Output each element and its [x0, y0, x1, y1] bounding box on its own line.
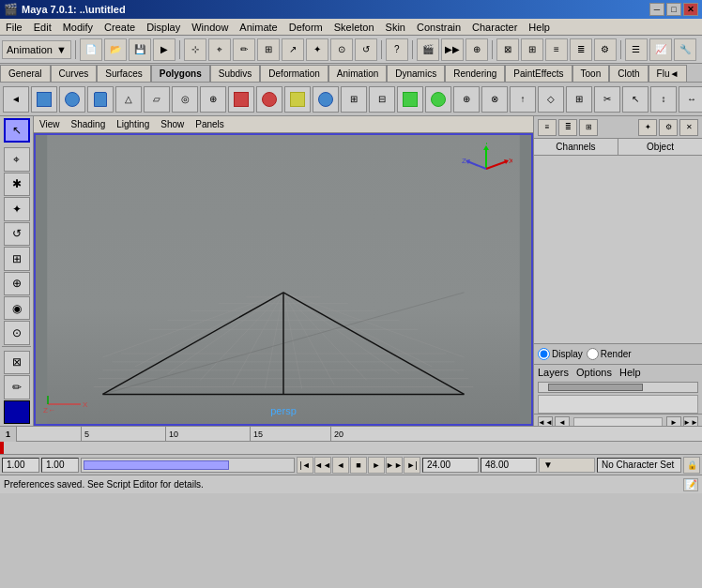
lock-anim-button[interactable]: 🔒 — [683, 457, 700, 474]
tab-deformation[interactable]: Deformation — [260, 65, 328, 82]
open-file-button[interactable]: 📂 — [104, 38, 127, 61]
rotate-tool-left[interactable]: ↺ — [4, 222, 30, 246]
menu-display[interactable]: Display — [141, 21, 186, 34]
lasso-button[interactable]: ⌖ — [208, 38, 231, 61]
icon-shape-d[interactable] — [313, 86, 339, 113]
viewport-menu-shading[interactable]: Shading — [66, 118, 112, 130]
soft-select-left[interactable]: ◉ — [4, 296, 30, 320]
menu-window[interactable]: Window — [186, 21, 234, 34]
icon-scroll-left[interactable]: ◄ — [3, 86, 29, 113]
scale-tool-left[interactable]: ⊞ — [4, 247, 30, 270]
render-radio[interactable] — [587, 348, 599, 360]
icon-plane[interactable]: ▱ — [144, 86, 170, 113]
fps-dropdown[interactable]: ▼ — [539, 458, 595, 473]
icon-cube[interactable] — [31, 86, 57, 113]
select-tool-button[interactable]: ⊹ — [184, 38, 206, 61]
icon-shape-b[interactable] — [256, 86, 282, 113]
icon-shape-f[interactable]: ⊟ — [369, 86, 395, 113]
snap-curve-button[interactable]: ↗ — [282, 38, 304, 61]
help-menu[interactable]: Help — [619, 367, 641, 378]
timeline-ruler[interactable]: 1 5 10 15 20 — [0, 427, 702, 442]
icon-sphere[interactable] — [59, 86, 85, 113]
display-radio-label[interactable]: Display — [538, 348, 583, 360]
tab-general[interactable]: General — [0, 65, 51, 82]
tab-painteffects[interactable]: PaintEffects — [505, 65, 572, 82]
layers-menu[interactable]: Layers — [538, 367, 569, 378]
range-end-field[interactable]: 48.00 — [481, 458, 537, 473]
stop-button[interactable]: ■ — [350, 457, 367, 474]
play-start-button[interactable]: |◄ — [297, 457, 313, 474]
play-fwd-button[interactable]: ►► — [386, 457, 403, 474]
step-fwd-button[interactable]: ► — [368, 457, 385, 474]
outliner-button[interactable]: ☰ — [625, 38, 648, 61]
tab-rendering[interactable]: Rendering — [445, 65, 505, 82]
menu-skeleton[interactable]: Skeleton — [328, 21, 380, 34]
hotbox-button[interactable]: ⊠ — [496, 38, 519, 61]
snap-grid-button[interactable]: ⊞ — [257, 38, 280, 61]
tool-settings-button[interactable]: ⚙ — [594, 38, 617, 61]
icon-cylinder[interactable] — [87, 86, 114, 113]
paint-select-left[interactable]: ✱ — [4, 173, 30, 196]
rpanel-btn-gear[interactable]: ⚙ — [659, 119, 678, 136]
snap-left[interactable]: ⊠ — [4, 351, 30, 374]
tab-toon[interactable]: Toon — [572, 65, 610, 82]
icon-shape-h[interactable] — [425, 86, 451, 113]
icon-grid-button[interactable]: ⊞ — [521, 38, 543, 61]
icon-shape-i[interactable]: ⊕ — [453, 86, 480, 113]
icon-torus[interactable]: ◎ — [172, 86, 198, 113]
render-settings-button[interactable]: 🔧 — [674, 38, 696, 61]
paint-button[interactable]: ✏ — [233, 38, 255, 61]
tab-object[interactable]: Object — [618, 139, 702, 155]
viewport-menu-show[interactable]: Show — [155, 118, 190, 130]
menu-animate[interactable]: Animate — [234, 21, 282, 34]
icon-cone[interactable]: △ — [115, 86, 142, 113]
render-current-button[interactable]: 🎬 — [417, 38, 439, 61]
channel-box-button[interactable]: ≣ — [570, 38, 592, 61]
render-seq-button[interactable]: ⊕ — [465, 38, 488, 61]
render-radio-label[interactable]: Render — [587, 348, 632, 360]
paint-tool-left[interactable]: ✏ — [4, 375, 30, 399]
play-end-button[interactable]: ►| — [404, 457, 420, 474]
icon-extrude[interactable]: ↑ — [510, 86, 536, 113]
playback-range[interactable] — [81, 458, 295, 473]
range-start-field[interactable]: 1.00 — [2, 458, 39, 473]
display-radio[interactable] — [538, 348, 550, 360]
viewport-menu-view[interactable]: View — [34, 118, 66, 130]
tab-curves[interactable]: Curves — [51, 65, 98, 82]
show-manip-left[interactable]: ⊙ — [4, 321, 30, 344]
mode-dropdown[interactable]: Animation ▼ — [2, 40, 71, 59]
current-frame-field[interactable]: 1.00 — [41, 458, 79, 473]
graph-editor-button[interactable]: 📈 — [649, 38, 672, 61]
tab-flu[interactable]: Flu◄ — [649, 65, 688, 82]
menu-edit[interactable]: Edit — [28, 21, 57, 34]
menu-help[interactable]: Help — [523, 21, 556, 34]
snap-surface-button[interactable]: ⊙ — [330, 38, 353, 61]
timeline-slider[interactable] — [0, 442, 702, 454]
attr-editor-button[interactable]: ≡ — [545, 38, 568, 61]
select-tool-left[interactable]: ↖ — [4, 118, 30, 143]
viewport-menu-lighting[interactable]: Lighting — [111, 118, 155, 130]
save-file-button[interactable]: 💾 — [129, 38, 151, 61]
icon-shape-j[interactable]: ⊗ — [481, 86, 508, 113]
layers-scrollbar[interactable] — [538, 382, 698, 393]
maximize-button[interactable]: □ — [666, 3, 681, 16]
range-end-current[interactable]: 24.00 — [422, 458, 479, 473]
icon-disk[interactable]: ⊕ — [200, 86, 226, 113]
viewport-menu-panels[interactable]: Panels — [190, 118, 230, 130]
tab-cloth[interactable]: Cloth — [609, 65, 648, 82]
render-button[interactable]: ▶ — [153, 38, 176, 61]
snap-point-button[interactable]: ✦ — [306, 38, 328, 61]
move-tool-left[interactable]: ✦ — [4, 197, 30, 220]
home-btn-left[interactable] — [4, 400, 30, 424]
history-button[interactable]: ↺ — [355, 38, 377, 61]
render-preview-button[interactable]: ▶▶ — [441, 38, 464, 61]
step-back-button[interactable]: ◄ — [332, 457, 349, 474]
icon-shape-a[interactable] — [228, 86, 254, 113]
icon-split[interactable]: ✂ — [594, 86, 620, 113]
close-button[interactable]: ✕ — [683, 3, 698, 16]
rpanel-btn-1[interactable]: ≡ — [538, 119, 557, 136]
minimize-button[interactable]: ─ — [649, 3, 664, 16]
rpanel-btn-move[interactable]: ✦ — [638, 119, 657, 136]
universal-manip-left[interactable]: ⊕ — [4, 272, 30, 295]
rpanel-btn-3[interactable]: ⊞ — [579, 119, 598, 136]
